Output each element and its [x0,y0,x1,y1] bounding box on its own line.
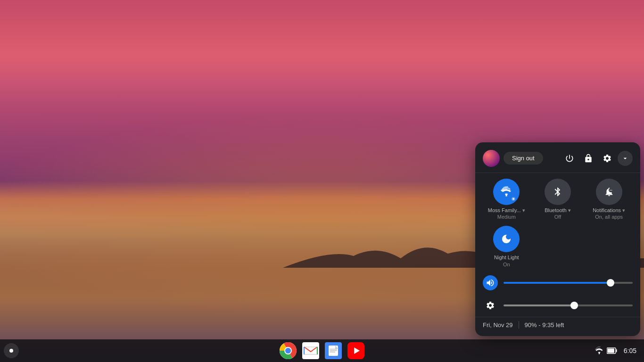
youtube-app-icon[interactable] [347,341,365,360]
notifications-label: Notifications ▾ On, all apps [593,207,625,221]
taskbar-right: 6:05 [594,345,640,356]
power-button[interactable] [561,150,578,167]
notifications-toggle-button[interactable] [596,179,622,205]
qs-battery: 90% - 9:35 left [525,321,564,329]
gmail-app-icon[interactable] [301,341,320,360]
quick-settings-panel: Sign out [475,142,640,336]
taskbar: 6:05 [0,339,644,362]
app-launcher-button[interactable] [4,343,19,358]
svg-rect-19 [607,349,614,353]
launcher-dot [9,349,13,353]
night-light-label: Night Light On [494,254,519,268]
bluetooth-label: Bluetooth ▾ Off [545,207,571,221]
svg-point-6 [285,348,291,354]
qs-header-icons [561,150,633,167]
wifi-toggle-button[interactable] [493,179,520,205]
lock-button[interactable] [580,150,597,167]
qs-date: Fri, Nov 29 [483,321,513,329]
bluetooth-toggle-item[interactable]: Bluetooth ▾ Off [534,179,582,221]
bluetooth-toggle-button[interactable] [545,179,571,205]
svg-point-0 [506,195,507,196]
brightness-slider[interactable] [504,304,633,306]
svg-point-16 [599,353,600,354]
collapse-button[interactable] [618,151,633,166]
volume-slider-row [475,272,640,294]
avatar[interactable] [483,150,500,167]
qs-footer: Fri, Nov 29 90% - 9:35 left [475,317,640,330]
svg-rect-12 [330,350,337,351]
brightness-slider-row [475,294,640,317]
notifications-toggle-item[interactable]: Notifications ▾ On, all apps [585,179,633,221]
qs-header: Sign out [475,142,640,173]
qs-footer-divider [519,321,519,329]
svg-rect-3 [609,190,612,190]
volume-icon[interactable] [483,275,498,290]
night-light-toggle-item[interactable]: Night Light On [483,226,530,268]
svg-rect-18 [616,349,617,352]
taskbar-apps [279,341,365,360]
taskbar-left [4,343,19,358]
volume-slider[interactable] [504,282,633,284]
qs-toggles-row1: Moss Family... ▾ Medium Bluetooth ▾ Off [475,173,640,226]
wifi-status-icon[interactable] [594,346,604,355]
settings-button[interactable] [599,150,616,167]
chrome-app-icon[interactable] [279,341,297,360]
svg-rect-11 [330,349,337,350]
qs-toggles-row2: Night Light On [475,226,640,272]
svg-rect-13 [330,352,335,353]
battery-status-icon [607,347,617,354]
wifi-label: Moss Family... ▾ Medium [488,207,525,221]
brightness-icon[interactable] [483,298,498,313]
time-display: 6:05 [624,347,636,354]
wifi-toggle-item[interactable]: Moss Family... ▾ Medium [483,179,530,221]
night-light-toggle-button[interactable] [493,226,520,252]
docs-app-icon[interactable] [324,341,343,360]
system-time[interactable]: 6:05 [620,345,640,356]
sign-out-button[interactable]: Sign out [504,152,543,165]
